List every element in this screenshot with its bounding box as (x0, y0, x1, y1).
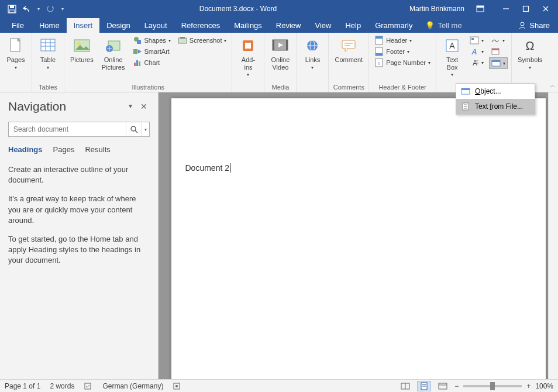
undo-button[interactable] (20, 2, 34, 16)
footer-button[interactable]: Footer▾ (373, 46, 432, 57)
svg-rect-41 (376, 53, 383, 56)
shapes-button[interactable]: Shapes▾ (131, 35, 173, 46)
datetime-button[interactable] (489, 46, 508, 57)
table-button[interactable]: Table▾ (36, 35, 60, 71)
zoom-in[interactable]: + (526, 382, 531, 390)
links-button[interactable]: Links▾ (300, 35, 325, 71)
svg-rect-5 (477, 6, 484, 8)
view-web-layout[interactable] (436, 381, 450, 391)
vertical-scrollbar[interactable] (548, 92, 558, 379)
signature-button[interactable]: ▾ (489, 35, 508, 46)
view-print-layout[interactable] (417, 381, 431, 391)
nav-search: ▾ (8, 122, 150, 137)
zoom-slider[interactable] (463, 385, 522, 387)
spellcheck-icon[interactable] (84, 382, 93, 390)
zoom-thumb[interactable] (490, 382, 495, 390)
close-button[interactable] (536, 0, 556, 18)
header-button[interactable]: Header▾ (373, 35, 432, 46)
tab-home[interactable]: Home (32, 18, 67, 33)
document-text[interactable]: Document 2 (185, 163, 229, 173)
screenshot-button[interactable]: Screenshot▾ (176, 35, 229, 46)
footer-icon (374, 47, 384, 56)
online-pictures-button[interactable]: Online Pictures (99, 35, 128, 72)
document-page[interactable]: Document 2 (171, 98, 546, 379)
save-button[interactable] (5, 2, 19, 16)
chart-button[interactable]: Chart (131, 57, 173, 68)
minimize-button[interactable] (496, 0, 516, 18)
menu-object[interactable]: Object... (456, 84, 535, 99)
tab-review[interactable]: Review (269, 18, 308, 33)
share-button[interactable]: Share (518, 21, 558, 30)
search-icon (130, 125, 138, 133)
tab-help[interactable]: Help (338, 18, 368, 33)
tell-me-search[interactable]: 💡 Tell me (425, 21, 461, 30)
omega-icon: Ω (521, 36, 539, 55)
undo-dropdown[interactable]: ▾ (35, 2, 42, 16)
status-words[interactable]: 2 words (50, 382, 74, 390)
page-number-button[interactable]: #Page Number▾ (373, 57, 432, 68)
nav-close-button[interactable]: ✕ (138, 102, 150, 111)
group-label-comments: Comments (332, 82, 365, 91)
dropcap-button[interactable]: A▾ (468, 57, 485, 68)
collapse-ribbon-button[interactable]: ︿ (550, 81, 556, 90)
symbols-button[interactable]: Ω Symbols▾ (515, 35, 545, 71)
user-name[interactable]: Martin Brinkmann (409, 5, 464, 13)
tab-design[interactable]: Design (99, 18, 137, 33)
nav-tab-results[interactable]: Results (85, 145, 110, 154)
redo-button[interactable] (43, 2, 57, 16)
svg-rect-30 (273, 40, 274, 50)
lightbulb-icon: 💡 (425, 21, 435, 30)
pages-icon (6, 36, 25, 55)
tab-mailings[interactable]: Mailings (227, 18, 269, 33)
smartart-button[interactable]: SmartArt (131, 46, 173, 57)
search-button[interactable] (126, 122, 141, 136)
nav-tab-pages[interactable]: Pages (53, 145, 75, 154)
status-language[interactable]: German (Germany) (102, 382, 163, 390)
datetime-icon (491, 47, 500, 56)
object-button[interactable]: ▾ (489, 57, 508, 69)
group-comments: Comment Comments (329, 33, 369, 92)
qat-customize[interactable]: ▾ (58, 2, 67, 16)
search-input[interactable] (9, 122, 126, 136)
tab-references[interactable]: References (174, 18, 227, 33)
tab-view[interactable]: View (308, 18, 338, 33)
menu-text-from-file[interactable]: Text from File... (456, 99, 535, 114)
tab-grammarly[interactable]: Grammarly (368, 18, 419, 33)
svg-text:Ω: Ω (526, 39, 535, 52)
wordart-button[interactable]: A▾ (468, 46, 485, 57)
svg-rect-21 (133, 49, 137, 54)
quickparts-button[interactable]: ▾ (468, 35, 485, 46)
svg-point-8 (521, 22, 524, 26)
addins-button[interactable]: Add- ins▾ (236, 35, 260, 78)
pictures-button[interactable]: Pictures (68, 35, 96, 65)
comment-button[interactable]: Comment (332, 35, 365, 65)
nav-tab-headings[interactable]: Headings (8, 145, 43, 154)
svg-rect-73 (439, 383, 447, 389)
zoom-level[interactable]: 100% (535, 382, 553, 390)
textbox-icon: A (443, 36, 461, 55)
quick-access-toolbar: ▾ ▾ (0, 2, 67, 16)
svg-point-16 (77, 42, 81, 46)
view-read-mode[interactable] (398, 381, 412, 391)
maximize-button[interactable] (516, 0, 536, 18)
pages-button[interactable]: Pages▾ (4, 35, 28, 71)
tab-file[interactable]: File (4, 18, 32, 33)
svg-rect-2 (9, 10, 15, 12)
macro-icon[interactable] (173, 382, 181, 390)
textbox-button[interactable]: A Text Box▾ (440, 35, 464, 78)
svg-rect-20 (137, 40, 141, 44)
nav-options-button[interactable]: ▾ (126, 102, 135, 111)
group-label-tables: Tables (36, 82, 60, 91)
group-addins: Add- ins▾ (232, 33, 264, 92)
nav-tabs: Headings Pages Results (8, 145, 150, 154)
table-icon (39, 36, 57, 55)
status-page[interactable]: Page 1 of 1 (5, 382, 40, 390)
ribbon-display-options[interactable] (470, 0, 490, 18)
online-video-button[interactable]: Online Video (268, 35, 292, 72)
svg-rect-65 (85, 383, 91, 389)
tab-insert[interactable]: Insert (67, 18, 100, 33)
search-dropdown[interactable]: ▾ (141, 122, 149, 136)
zoom-out[interactable]: − (454, 382, 459, 390)
svg-point-63 (131, 126, 136, 131)
tab-layout[interactable]: Layout (137, 18, 174, 33)
